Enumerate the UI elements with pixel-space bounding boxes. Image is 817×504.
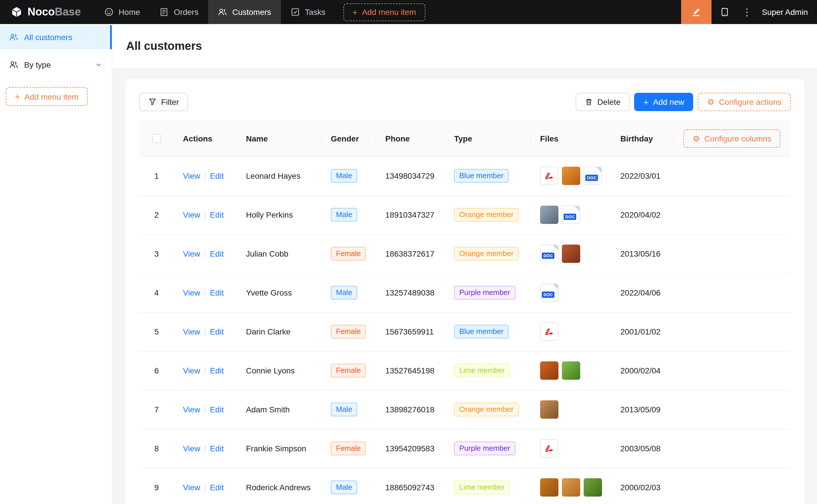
doc-file-thumbnail[interactable]: DOC xyxy=(584,167,602,185)
menu-item-orders[interactable]: Orders xyxy=(150,0,209,24)
customer-name: Frankie Simpson xyxy=(246,444,306,453)
pizza-photo-thumbnail[interactable] xyxy=(562,245,580,263)
row-configure-cell xyxy=(674,351,791,390)
menu-item-customers[interactable]: Customers xyxy=(208,0,281,24)
birthday: 2013/05/09 xyxy=(621,405,661,414)
view-link[interactable]: View xyxy=(183,327,200,336)
doc-file-thumbnail[interactable]: DOC xyxy=(562,206,580,224)
row-files-cell: DOC xyxy=(531,156,611,195)
pdf-file-thumbnail[interactable] xyxy=(540,439,558,458)
view-link[interactable]: View xyxy=(183,288,200,297)
edit-link[interactable]: Edit xyxy=(210,444,224,453)
row-index[interactable]: 5 xyxy=(154,327,159,336)
edit-link[interactable]: Edit xyxy=(210,249,224,258)
table-row[interactable]: 5ViewEditDarin ClarkeFemale15673659911Bl… xyxy=(139,312,791,351)
view-link[interactable]: View xyxy=(183,171,200,180)
table-row[interactable]: 2ViewEditHolly PerkinsMale18910347327Ora… xyxy=(139,195,791,234)
vertical-divider xyxy=(205,484,205,492)
birthday: 2013/05/16 xyxy=(621,249,661,258)
add-menu-item-label: Add menu item xyxy=(362,7,416,17)
table-row[interactable]: 9ViewEditRoderick AndrewsMale18865092743… xyxy=(139,468,791,504)
row-select-cell: 1 xyxy=(139,156,174,195)
table-row[interactable]: 4ViewEditYvette GrossMale13257489038Purp… xyxy=(139,273,791,312)
row-index[interactable]: 4 xyxy=(154,288,159,297)
menu-item-home[interactable]: Home xyxy=(95,0,150,24)
row-configure-cell xyxy=(674,429,791,468)
doc-file-thumbnail[interactable]: DOC xyxy=(540,245,558,263)
row-phone-cell: 13954209583 xyxy=(376,429,445,468)
gender-tag: Female xyxy=(331,247,366,261)
configure-columns-button[interactable]: ⚙ Configure columns xyxy=(684,129,781,148)
pdf-file-thumbnail[interactable] xyxy=(540,322,558,341)
page-title: All customers xyxy=(126,39,202,52)
member-type-tag: Orange member xyxy=(454,208,518,222)
edit-link[interactable]: Edit xyxy=(210,171,224,180)
row-index[interactable]: 7 xyxy=(154,405,159,414)
row-index[interactable]: 3 xyxy=(154,249,159,258)
edit-link[interactable]: Edit xyxy=(210,366,224,375)
view-link[interactable]: View xyxy=(183,210,200,219)
view-link[interactable]: View xyxy=(183,249,200,258)
sidebar-add-menu-item-button[interactable]: + Add menu item xyxy=(6,87,88,106)
pdf-file-thumbnail[interactable] xyxy=(540,167,558,185)
add-new-label: Add new xyxy=(653,97,684,107)
vertical-divider xyxy=(205,250,205,258)
select-all-checkbox[interactable] xyxy=(152,134,161,143)
sidebar-item-all-customers[interactable]: All customers xyxy=(0,25,112,49)
nocobase-logo[interactable]: NocoBase xyxy=(10,6,81,18)
filter-button[interactable]: Filter xyxy=(139,93,188,111)
view-link[interactable]: View xyxy=(183,483,200,492)
table-row[interactable]: 8ViewEditFrankie SimpsonFemale1395420958… xyxy=(139,429,791,468)
mobile-preview-button[interactable] xyxy=(712,0,738,24)
edit-link[interactable]: Edit xyxy=(210,483,224,492)
fruit-photo-thumbnail[interactable] xyxy=(540,478,558,497)
sidebar: All customers By type + Add menu item xyxy=(0,24,112,504)
row-select-cell: 5 xyxy=(139,312,174,351)
people-photo-thumbnail[interactable] xyxy=(540,206,558,224)
member-type-tag: Purple member xyxy=(454,442,515,455)
delete-button[interactable]: Delete xyxy=(575,93,630,111)
ui-editor-button[interactable] xyxy=(681,0,712,24)
row-gender-cell: Female xyxy=(322,429,376,468)
fruit-photo-thumbnail[interactable] xyxy=(562,167,580,185)
gender-tag: Female xyxy=(331,364,366,377)
row-gender-cell: Male xyxy=(322,273,376,312)
table-row[interactable]: 6ViewEditConnie LyonsFemale13527645198Li… xyxy=(139,351,791,390)
food-photo-thumbnail[interactable] xyxy=(540,400,558,419)
fruit-photo-thumbnail[interactable] xyxy=(562,478,580,497)
vegetable-photo-thumbnail[interactable] xyxy=(584,478,602,497)
row-actions-cell: ViewEdit xyxy=(174,234,237,273)
more-menu-button[interactable]: ⋮ xyxy=(738,6,756,18)
view-link[interactable]: View xyxy=(183,405,200,414)
doc-file-thumbnail[interactable]: DOC xyxy=(540,283,558,302)
configure-actions-button[interactable]: ⚙ Configure actions xyxy=(698,93,791,111)
navbar-add-menu-item-button[interactable]: + Add menu item xyxy=(343,3,425,21)
vegetable-photo-thumbnail[interactable] xyxy=(562,361,580,380)
food-photo-thumbnail[interactable] xyxy=(540,361,558,380)
edit-link[interactable]: Edit xyxy=(210,210,224,219)
add-new-button[interactable]: + Add new xyxy=(634,93,694,111)
sidebar-item-by-type[interactable]: By type xyxy=(0,53,112,77)
row-index[interactable]: 8 xyxy=(154,444,159,453)
menu-item-tasks[interactable]: Tasks xyxy=(281,0,335,24)
view-link[interactable]: View xyxy=(183,444,200,453)
row-birthday-cell: 2003/05/08 xyxy=(611,429,674,468)
edit-link[interactable]: Edit xyxy=(210,327,224,336)
customer-name: Leonard Hayes xyxy=(246,171,301,180)
row-index[interactable]: 2 xyxy=(154,210,159,219)
table-row[interactable]: 3ViewEditJulian CobbFemale18638372617Ora… xyxy=(139,234,791,273)
edit-link[interactable]: Edit xyxy=(210,405,224,414)
row-phone-cell: 13527645198 xyxy=(376,351,445,390)
row-index[interactable]: 9 xyxy=(154,483,159,492)
edit-link[interactable]: Edit xyxy=(210,288,224,297)
table-row[interactable]: 7ViewEditAdam SmithMale13898276018Orange… xyxy=(139,390,791,429)
row-gender-cell: Male xyxy=(322,195,376,234)
birthday: 2000/02/03 xyxy=(621,483,661,492)
user-menu[interactable]: Super Admin xyxy=(762,7,808,17)
view-link[interactable]: View xyxy=(183,366,200,375)
row-index[interactable]: 6 xyxy=(154,366,159,375)
row-phone-cell: 13257489038 xyxy=(376,273,445,312)
row-index[interactable]: 1 xyxy=(154,171,159,180)
table-row[interactable]: 1ViewEditLeonard HayesMale13498034729Blu… xyxy=(139,156,791,195)
gender-tag: Male xyxy=(331,286,357,300)
